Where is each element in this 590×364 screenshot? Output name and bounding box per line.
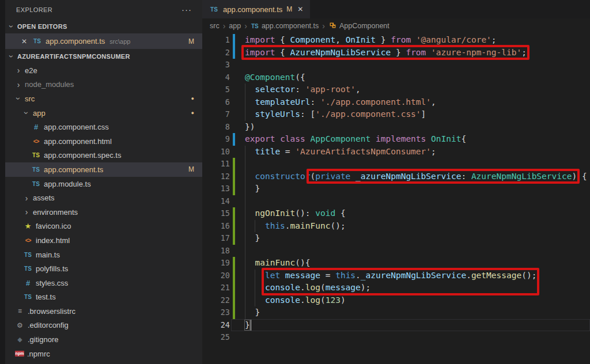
code-line-9[interactable]: 9export class AppComponent implements On… bbox=[202, 133, 590, 146]
explorer-title: EXPLORER bbox=[16, 6, 52, 13]
close-icon[interactable]: ✕ bbox=[297, 5, 303, 13]
ts-blue-icon: TS bbox=[31, 166, 41, 173]
code-line-23[interactable]: 23 } bbox=[202, 306, 590, 319]
code-line-18[interactable]: 18 bbox=[202, 245, 590, 257]
code-line-25[interactable]: 25 bbox=[202, 331, 590, 344]
indent-guide bbox=[245, 195, 245, 208]
tree-item-styles.css[interactable]: #styles.css bbox=[5, 276, 202, 290]
breadcrumb-item-AppComponent[interactable]: AppComponent bbox=[328, 21, 389, 31]
tab-modified-badge: M bbox=[286, 5, 292, 13]
code-text: } bbox=[245, 183, 260, 195]
line-number: 25 bbox=[202, 331, 230, 344]
project-section-header[interactable]: › AZUREARTIFACTSNPMCONSUMER bbox=[5, 49, 202, 63]
git-icon: ◆ bbox=[15, 336, 25, 343]
code-line-6[interactable]: 6 templateUrl: './app.component.html', bbox=[202, 96, 590, 109]
line-number: 15 bbox=[202, 207, 230, 220]
tree-item-label: environments bbox=[33, 208, 78, 217]
tree-item-label: .gitignore bbox=[28, 335, 58, 344]
tree-item-.gitignore[interactable]: ◆.gitignore bbox=[5, 332, 202, 347]
project-name: AZUREARTIFACTSNPMCONSUMER bbox=[17, 53, 130, 60]
open-editor-app.component.ts[interactable]: ✕ TS app.component.ts src\app M bbox=[5, 33, 202, 49]
code-line-20[interactable]: 20 let message = this._azureNpmNgLibServ… bbox=[202, 270, 590, 282]
code-line-21[interactable]: 21 console.log(message); bbox=[202, 282, 590, 294]
tree-item-label: app bbox=[33, 109, 46, 117]
code-line-3[interactable]: 3 bbox=[202, 59, 590, 71]
explorer-sidebar: EXPLORER ··· › OPEN EDITORS ✕ TS app.com… bbox=[5, 0, 202, 364]
tab-app.component.ts[interactable]: TS app.component.ts M ✕ bbox=[202, 0, 310, 18]
ts-blue-icon: TS bbox=[23, 294, 33, 300]
code-line-1[interactable]: 1import { Component, OnInit } from '@ang… bbox=[202, 34, 590, 47]
code-line-13[interactable]: 13 } bbox=[202, 183, 590, 195]
tree-item-assets[interactable]: ›assets bbox=[5, 191, 202, 205]
more-actions-icon[interactable]: ··· bbox=[181, 5, 192, 14]
breadcrumb-label: app.component.ts bbox=[262, 22, 319, 30]
tree-item-favicon.ico[interactable]: ★favicon.ico bbox=[5, 219, 202, 234]
tree-item-label: node_modules bbox=[25, 80, 74, 89]
tree-item-.npmrc[interactable]: npm.npmrc bbox=[5, 347, 202, 361]
tree-item-app[interactable]: ›app● bbox=[5, 106, 202, 120]
code-line-4[interactable]: 4@Component({ bbox=[202, 71, 590, 84]
code-text: import { AzureNpmNgLibService } from 'az… bbox=[245, 47, 527, 59]
code-text: } bbox=[245, 232, 260, 245]
code-text: selector: 'app-root', bbox=[245, 84, 361, 96]
tree-item-environments[interactable]: ›environments bbox=[5, 205, 202, 219]
breadcrumb-item-src[interactable]: src bbox=[210, 22, 220, 30]
line-number: 13 bbox=[202, 183, 230, 195]
tree-item-.browserslistrc[interactable]: ≡.browserslistrc bbox=[5, 304, 202, 318]
tab-bar: TS app.component.ts M ✕ bbox=[202, 0, 590, 18]
tree-item-label: styles.css bbox=[36, 279, 68, 287]
breadcrumb-item-app[interactable]: app bbox=[229, 22, 241, 30]
close-icon[interactable]: ✕ bbox=[21, 37, 29, 46]
tree-item-src[interactable]: ›src● bbox=[5, 92, 202, 106]
tree-item-polyfills.ts[interactable]: TSpolyfills.ts bbox=[5, 261, 202, 276]
line-number: 6 bbox=[202, 96, 230, 109]
tree-item-index.html[interactable]: <>index.html bbox=[5, 233, 202, 248]
code-line-22[interactable]: 22 console.log(123) bbox=[202, 294, 590, 307]
tree-item-app.component.css[interactable]: #app.component.css bbox=[5, 120, 202, 134]
line-number: 9 bbox=[202, 133, 230, 146]
ts-icon: TS bbox=[32, 38, 42, 44]
tree-item-app.component.ts[interactable]: TSapp.component.tsM bbox=[5, 162, 202, 177]
code-line-14[interactable]: 14 bbox=[202, 195, 590, 208]
code-text: export class AppComponent implements OnI… bbox=[245, 133, 466, 146]
tree-item-app.module.ts[interactable]: TSapp.module.ts bbox=[5, 177, 202, 191]
tree-item-test.ts[interactable]: TStest.ts bbox=[5, 290, 202, 305]
code-line-10[interactable]: 10 title = 'AzureArtifactsNpmConsumer'; bbox=[202, 146, 590, 158]
code-line-16[interactable]: 16 this.mainFunc(); bbox=[202, 220, 590, 233]
code-line-17[interactable]: 17 } bbox=[202, 232, 590, 245]
git-modified-indicator bbox=[233, 133, 235, 146]
ts-blue-icon: TS bbox=[23, 266, 33, 272]
breadcrumb-item-app.component.ts[interactable]: TSapp.component.ts bbox=[251, 22, 319, 30]
line-number: 11 bbox=[202, 158, 230, 170]
breadcrumb-label: src bbox=[210, 22, 220, 30]
tree-item-e2e[interactable]: ›e2e bbox=[5, 63, 202, 78]
code-line-7[interactable]: 7 styleUrls: ['./app.component.css'] bbox=[202, 108, 590, 121]
code-text: } bbox=[245, 306, 260, 319]
chevron-right-icon: › bbox=[23, 207, 30, 217]
tree-item-node_modules[interactable]: ›node_modules bbox=[5, 78, 202, 92]
tree-item-main.ts[interactable]: TSmain.ts bbox=[5, 248, 202, 262]
code-text: this.mainFunc(); bbox=[245, 220, 346, 233]
tree-item-app.component.spec.ts[interactable]: TSapp.component.spec.ts bbox=[5, 149, 202, 163]
chevron-right-icon: › bbox=[15, 66, 22, 75]
chevron-right-icon: › bbox=[15, 80, 22, 89]
open-editors-section-header[interactable]: › OPEN EDITORS bbox=[5, 19, 202, 33]
code-editor[interactable]: 1import { Component, OnInit } from '@ang… bbox=[202, 33, 590, 364]
code-line-8[interactable]: 8}) bbox=[202, 121, 590, 134]
code-line-19[interactable]: 19 mainFunc(){ bbox=[202, 257, 590, 270]
code-line-15[interactable]: 15 ngOnInit(): void { bbox=[202, 207, 590, 220]
code-line-2[interactable]: 2import { AzureNpmNgLibService } from 'a… bbox=[202, 47, 590, 59]
tree-item-label: favicon.ico bbox=[36, 222, 71, 230]
line-number: 7 bbox=[202, 108, 230, 121]
tree-item-app.component.html[interactable]: <>app.component.html bbox=[5, 134, 202, 149]
tree-item-label: .editorconfig bbox=[28, 321, 69, 329]
code-line-11[interactable]: 11 bbox=[202, 158, 590, 170]
chevron-down-icon: › bbox=[7, 23, 16, 30]
tree-item-label: e2e bbox=[25, 66, 37, 75]
code-text: constructor(private _azureNpmNgLibServic… bbox=[245, 170, 587, 183]
tree-item-label: app.module.ts bbox=[44, 180, 91, 188]
tree-item-.editorconfig[interactable]: ⚙.editorconfig bbox=[5, 318, 202, 333]
npm-icon: npm bbox=[15, 351, 24, 357]
code-line-12[interactable]: 12 constructor(private _azureNpmNgLibSer… bbox=[202, 170, 590, 183]
code-line-5[interactable]: 5 selector: 'app-root', bbox=[202, 84, 590, 96]
